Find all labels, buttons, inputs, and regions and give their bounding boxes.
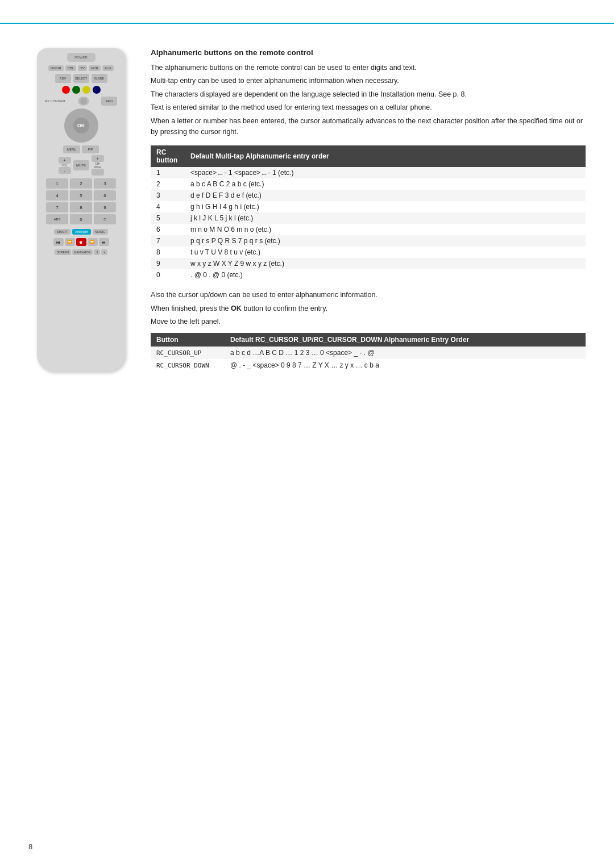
plus-button: + [101,249,107,255]
adv-button: ADV [55,74,71,83]
table-row: 9 w x y z W X Y Z 9 w x y z (etc.) [151,258,586,269]
rc-entry-0: . @ 0 . @ 0 (etc.) [185,269,586,281]
number-grid: 1 2 3 4 5 6 7 8 9 ABS 0 C [42,178,121,224]
section-title: Alphanumeric buttons on the remote contr… [151,48,586,57]
rewind-button: ⏪ [65,238,75,246]
content-panel: Alphanumeric buttons on the remote contr… [151,43,586,372]
navigator-button: NAVIGATOR [72,249,93,255]
remote-panel: POWER DVD/R CBL TV VCR AUX ADV SELECT GU… [28,43,134,372]
table-row: 8 t u v T U V 8 t u v (etc.) [151,247,586,258]
table-row: 0 . @ 0 . @ 0 (etc.) [151,269,586,281]
mute-button: MUTE [73,160,89,170]
remote-control: POWER DVD/R CBL TV VCR AUX ADV SELECT GU… [37,48,125,372]
rc-table-header-1: RC button [151,145,185,167]
ambilight-row: SMART Ambilight MUSIC [42,229,121,235]
cursor-btn-up: RC_CURSOR_UP [151,347,225,359]
cursor-table-header-1: Button [151,333,225,347]
adv-row: ADV SELECT GUIDE [42,74,121,83]
rc-btn-3: 3 [151,190,185,201]
rc-table: RC button Default Multi-tap Alphanumeric… [151,145,586,281]
prev-button: ⏮ [53,238,64,246]
pip-button: PIP [82,145,99,153]
abs-button: ABS [46,214,68,224]
paragraph-2: Multi-tap entry can be used to enter alp… [151,76,586,86]
ffwd-button: ⏩ [88,238,98,246]
rc-btn-7: 7 [151,235,185,247]
rc-btn-9: 9 [151,258,185,269]
top-border [0,23,614,24]
num-8-button: 8 [70,202,92,212]
red-button [62,86,70,94]
dvd-button: DVD/R [48,65,64,71]
rc-btn-6: 6 [151,224,185,235]
select-button: SELECT [73,74,89,83]
rc-entry-8: t u v T U V 8 t u v (etc.) [185,247,586,258]
music-button: MUSIC [93,229,109,235]
num-4-button: 4 [46,190,68,201]
ii-button: II [94,249,100,255]
cursor-btn-down: RC_CURSOR_DOWN [151,359,225,372]
num-5-button: 5 [70,190,92,201]
ch-up-button: + [92,155,104,162]
num-3-button: 3 [94,178,116,189]
table-row: 7 p q r s P Q R S 7 p q r s (etc.) [151,235,586,247]
num-2-button: 2 [70,178,92,189]
ambilight-button: Ambilight [72,229,91,235]
green-button [72,86,80,94]
blue-button [93,86,101,94]
table-row: RC_CURSOR_DOWN @ . - _ <space> 0 9 8 7 …… [151,359,586,372]
paragraph-4: Text is entered similar to the method us… [151,102,586,113]
rc-entry-6: m n o M N O 6 m n o (etc.) [185,224,586,235]
cursor-table: Button Default RC_CURSOR_UP/RC_CURSOR_DO… [151,333,586,372]
myfav-label: MY CONTENT [45,99,65,103]
num-9-button: 9 [94,202,116,212]
info-button: INFO [101,97,117,106]
cursor-entry-up: a b c d …A B C D … 1 2 3 … 0 <space> _ -… [225,347,586,359]
myfav-button [78,97,89,106]
paragraph-3: The characters displayed are dependent o… [151,89,586,100]
tv-button: TV [78,65,87,71]
vol-down-button: - [59,167,71,174]
guide-button: GUIDE [92,74,107,83]
rc-btn-2: 2 [151,178,185,190]
page-number: 8 [28,842,32,851]
table-row: RC_CURSOR_UP a b c d …A B C D … 1 2 3 … … [151,347,586,359]
rc-btn-8: 8 [151,247,185,258]
next-button: ⏭ [99,238,109,246]
aux-button: AUX [102,65,114,71]
rc-entry-7: p q r s P Q R S 7 p q r s (etc.) [185,235,586,247]
table-row: 3 d e f D E F 3 d e f (etc.) [151,190,586,201]
table-row: 2 a b c A B C 2 a b c (etc.) [151,178,586,190]
after-table-para-2: When finished, press the OK button to co… [151,303,586,314]
screen-button: SCREEN [55,249,71,255]
ch-label: CH/PAGE [94,162,102,169]
paragraph-1: The alphanumeric buttons on the remote c… [151,62,586,73]
vcr-button: VCR [89,65,101,71]
table-row: 5 j k l J K L 5 j k l (etc.) [151,212,586,224]
rc-btn-0: 0 [151,269,185,281]
paragraph-group-after-table: Also the cursor up/down can be used to e… [151,290,586,327]
table-row: 4 g h i G H I 4 g h i (etc.) [151,201,586,212]
rc-entry-4: g h i G H I 4 g h i (etc.) [185,201,586,212]
paragraph-5: When a letter or number has been entered… [151,116,586,138]
after-table-para-3: Move to the left panel. [151,316,586,327]
cursor-entry-down: @ . - _ <space> 0 9 8 7 … Z Y X … z y x … [225,359,586,372]
menu-button: MENU [63,145,80,153]
myfav-row: MY CONTENT INFO [42,97,121,106]
rc-btn-4: 4 [151,201,185,212]
cbl-button: CBL [65,65,77,71]
after-table-para-1: Also the cursor up/down can be used to e… [151,290,586,301]
transport-row: ⏮ ⏪ ⏺ ⏩ ⏭ [53,238,109,246]
record-button: ⏺ [76,238,86,246]
ok-button: OK [73,118,89,133]
table-row: 1 <space> ⎵ - 1 <space> ⎵ - 1 (etc.) [151,167,586,178]
ch-down-button: - [92,169,104,176]
num-1-button: 1 [46,178,68,189]
vol-group: + VOL - [59,157,71,174]
cursor-table-header-2: Default RC_CURSOR_UP/RC_CURSOR_DOWN Alph… [225,333,586,347]
rc-entry-2: a b c A B C 2 a b c (etc.) [185,178,586,190]
num-0-button: 0 [70,214,92,224]
rc-entry-3: d e f D E F 3 d e f (etc.) [185,190,586,201]
rc-entry-5: j k l J K L 5 j k l (etc.) [185,212,586,224]
rc-entry-9: w x y z W X Y Z 9 w x y z (etc.) [185,258,586,269]
